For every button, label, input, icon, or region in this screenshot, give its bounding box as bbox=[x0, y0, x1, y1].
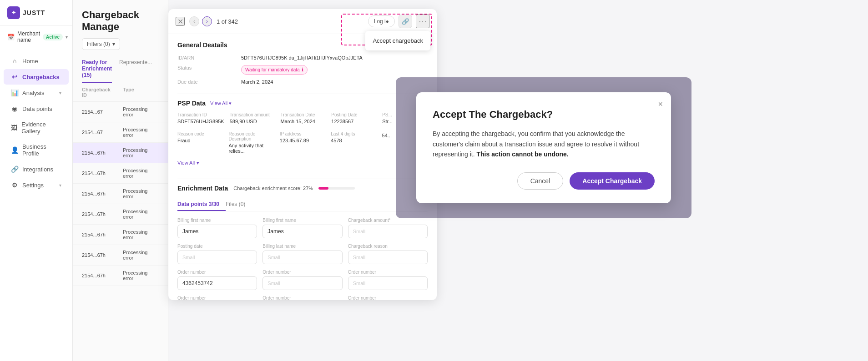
close-button[interactable]: ✕ bbox=[176, 17, 185, 26]
table-row[interactable]: 2154...67h Processing error bbox=[73, 163, 168, 184]
order-number-label-5: Order number bbox=[262, 296, 342, 301]
sidebar-item-business-profile[interactable]: 👤 Business Profile bbox=[4, 139, 69, 161]
row-type: Processing error bbox=[123, 127, 159, 138]
merchant-selector[interactable]: 📅 Merchant name Active ▾ bbox=[0, 26, 72, 48]
chevron-icon: ▾ bbox=[229, 100, 232, 106]
logo-text: JUSTT bbox=[23, 9, 45, 16]
psp-field: Transaction amount 589,90 USD bbox=[230, 112, 275, 124]
psp-field-label: Transaction Date bbox=[281, 112, 326, 117]
accept-chargeback-button[interactable]: Accept Chargeback bbox=[570, 172, 655, 190]
row-id: 2154...67h bbox=[82, 211, 114, 217]
col-header-id: Chargeback ID bbox=[82, 87, 114, 98]
sidebar-item-settings[interactable]: ⚙ Settings ▾ bbox=[4, 177, 69, 193]
chargeback-amount-input[interactable] bbox=[348, 225, 428, 238]
row-id: 2154...67h bbox=[82, 150, 114, 155]
chargeback-list-panel: Chargeback Manage Filters (0) ▾ Ready fo… bbox=[73, 0, 168, 361]
chevron-icon: ▾ bbox=[197, 160, 199, 166]
col-header-type: Type bbox=[123, 87, 159, 98]
next-button[interactable]: › bbox=[202, 16, 212, 26]
table-row[interactable]: 2154...67 Processing error bbox=[73, 102, 168, 122]
order-number-label-2: Order number bbox=[262, 270, 342, 275]
psp-field: Transaction ID SDFT576UHJG895K bbox=[177, 112, 224, 124]
modal-title: Accept The Chargeback? bbox=[433, 109, 655, 120]
order-number-input-1[interactable] bbox=[177, 276, 257, 290]
filter-button[interactable]: Filters (0) ▾ bbox=[82, 38, 120, 50]
accept-chargeback-dropdown-item[interactable]: Accept chargeback bbox=[365, 34, 430, 48]
table-row[interactable]: 2154...67 Processing error bbox=[73, 122, 168, 143]
sidebar-item-evidence-gallery[interactable]: 🖼 Evidence Gallery bbox=[4, 117, 69, 139]
prev-button[interactable]: ‹ bbox=[189, 16, 199, 26]
chevron-down-icon: ▾ bbox=[66, 35, 68, 40]
enrichment-tabs: Data points 3/30 Files (0) bbox=[177, 198, 428, 211]
table-row[interactable]: 2154...67h Processing error bbox=[73, 266, 168, 286]
merchant-name: Merchant name bbox=[17, 30, 40, 43]
sidebar-item-label: Home bbox=[22, 58, 38, 65]
tab-files[interactable]: Files (0) bbox=[226, 198, 252, 211]
psp-field: Posting Date 12238567 bbox=[331, 112, 377, 124]
filter-label: Filters (0) bbox=[87, 41, 110, 47]
order-number-label-3: Order number bbox=[348, 270, 428, 275]
row-id: 2154...67 bbox=[82, 109, 114, 115]
sidebar-item-analysis[interactable]: 📊 Analysis ▾ bbox=[4, 85, 69, 100]
row-type: Processing error bbox=[123, 147, 159, 158]
tab-ready-enrichment[interactable]: Ready for Enrichment (15) bbox=[82, 55, 112, 83]
table-row[interactable]: 2154...67h Processing error bbox=[73, 143, 168, 163]
chargeback-amount-field: Chargeback amount* bbox=[348, 218, 428, 238]
logo-icon: ✦ bbox=[7, 6, 20, 19]
table-row[interactable]: 2154...67h Processing error bbox=[73, 184, 168, 204]
logo-area: ✦ JUSTT bbox=[0, 0, 72, 26]
billing-first-name-field-2: Billing first name bbox=[262, 218, 342, 238]
billing-last-name-input[interactable] bbox=[262, 251, 342, 264]
chargeback-reason-input[interactable] bbox=[348, 251, 428, 264]
integrations-icon: 🔗 bbox=[11, 165, 18, 173]
modal-close-button[interactable]: × bbox=[658, 100, 663, 109]
page-title: Chargeback Manage bbox=[73, 0, 168, 38]
evidence-gallery-icon: 🖼 bbox=[11, 124, 17, 131]
table-row[interactable]: 2154...67h Processing error bbox=[73, 204, 168, 225]
table-header: Chargeback ID Type bbox=[73, 83, 168, 102]
chargeback-reason-field: Chargeback reason bbox=[348, 244, 428, 264]
table-row[interactable]: 2154...67h Processing error bbox=[73, 245, 168, 266]
row-type: Processing error bbox=[123, 209, 159, 220]
chargebacks-icon: ↩ bbox=[11, 73, 18, 80]
modal-actions: Cancel Accept Chargeback bbox=[433, 172, 655, 190]
row-type: Processing error bbox=[123, 270, 159, 281]
order-number-input-3[interactable] bbox=[348, 276, 428, 290]
tab-data-points[interactable]: Data points 3/30 bbox=[177, 198, 226, 211]
psp-field-value: Any activity that relies... bbox=[228, 143, 274, 154]
psp-row2: Reason code Fraud Reason code Descriptio… bbox=[177, 131, 428, 154]
billing-last-name-label: Billing last name bbox=[262, 244, 342, 249]
billing-first-name-input-1[interactable] bbox=[177, 225, 257, 238]
row-type: Processing error bbox=[123, 250, 159, 261]
billing-first-name-input-2[interactable] bbox=[262, 225, 342, 238]
form-row-4: Order number Order number Order number bbox=[177, 296, 428, 301]
order-number-field-2: Order number bbox=[262, 270, 342, 290]
order-number-input-2[interactable] bbox=[262, 276, 342, 290]
table-row[interactable]: 2154...67h Processing error bbox=[73, 225, 168, 245]
enrichment-section-header: Enrichment Data Chargeback enrichment sc… bbox=[177, 185, 428, 192]
psp-view-all-link[interactable]: View All ▾ bbox=[210, 100, 232, 106]
psp-field-label: IP address bbox=[280, 131, 325, 136]
row-type: Processing error bbox=[123, 106, 159, 117]
score-bar-fill bbox=[318, 187, 328, 190]
sidebar-item-label: Data points bbox=[22, 105, 52, 112]
psp-field: Last 4 digits 4578 bbox=[331, 131, 376, 154]
sidebar-item-data-points[interactable]: ◉ Data points bbox=[4, 101, 69, 116]
posting-date-input[interactable] bbox=[177, 251, 257, 264]
tab-represented[interactable]: Represente... bbox=[119, 55, 152, 83]
sidebar-item-label: Business Profile bbox=[22, 143, 61, 157]
sidebar-item-label: Evidence Gallery bbox=[21, 121, 61, 135]
sidebar-item-integrations[interactable]: 🔗 Integrations bbox=[4, 161, 69, 177]
order-number-label-4: Order number bbox=[177, 296, 257, 301]
chargeback-reason-label: Chargeback reason bbox=[348, 244, 428, 249]
row-type: Processing error bbox=[123, 188, 159, 199]
sidebar-item-chargebacks[interactable]: ↩ Chargebacks bbox=[4, 69, 69, 85]
billing-first-name-label-2: Billing first name bbox=[262, 218, 342, 223]
data-points-icon: ◉ bbox=[11, 105, 18, 112]
cancel-button[interactable]: Cancel bbox=[517, 172, 564, 190]
sidebar-item-label: Chargebacks bbox=[22, 74, 60, 80]
posting-date-label: Posting date bbox=[177, 244, 257, 249]
view-all-button[interactable]: View All ▾ bbox=[177, 160, 199, 166]
sidebar-item-home[interactable]: ⌂ Home bbox=[4, 53, 69, 69]
sidebar: ✦ JUSTT 📅 Merchant name Active ▾ ⌂ Home … bbox=[0, 0, 73, 361]
